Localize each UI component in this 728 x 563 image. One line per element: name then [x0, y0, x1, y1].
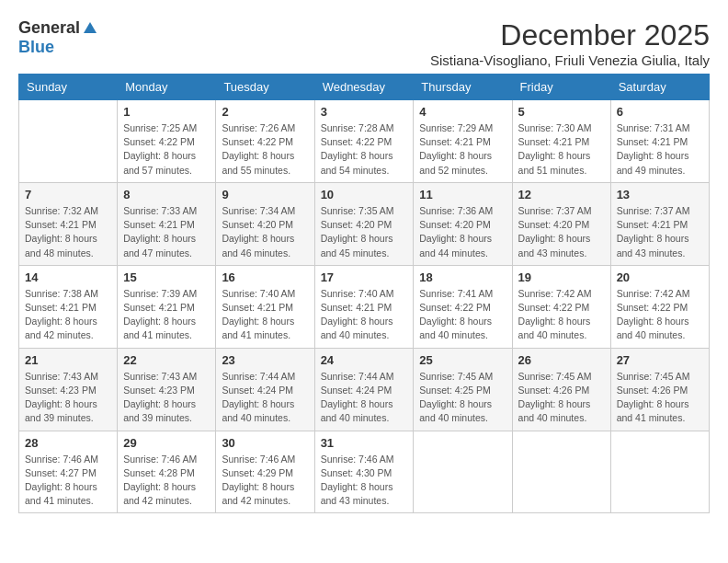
calendar-cell: 8Sunrise: 7:33 AMSunset: 4:21 PMDaylight…	[118, 182, 216, 265]
day-number: 5	[518, 105, 605, 119]
day-number: 12	[518, 188, 605, 201]
day-number: 14	[25, 270, 111, 284]
day-number: 21	[25, 353, 111, 367]
day-info: Sunrise: 7:28 AMSunset: 4:22 PMDaylight:…	[321, 121, 408, 178]
calendar-week-row: 14Sunrise: 7:38 AMSunset: 4:21 PMDayligh…	[19, 265, 710, 348]
day-number: 20	[617, 270, 703, 284]
day-number: 29	[123, 436, 210, 450]
day-number: 13	[617, 188, 703, 201]
day-number: 25	[419, 353, 506, 367]
day-number: 24	[321, 353, 408, 367]
day-info: Sunrise: 7:29 AMSunset: 4:21 PMDaylight:…	[419, 121, 506, 178]
day-number: 4	[419, 105, 506, 119]
day-info: Sunrise: 7:46 AMSunset: 4:29 PMDaylight:…	[222, 453, 308, 509]
title-area: December 2025 Sistiana-Visogliano, Friul…	[430, 18, 710, 68]
day-number: 31	[321, 436, 408, 450]
weekday-header-wednesday: Wednesday	[314, 75, 414, 100]
day-info: Sunrise: 7:39 AMSunset: 4:21 PMDaylight:…	[123, 287, 210, 343]
calendar-cell: 12Sunrise: 7:37 AMSunset: 4:20 PMDayligh…	[512, 182, 610, 265]
calendar-week-row: 21Sunrise: 7:43 AMSunset: 4:23 PMDayligh…	[19, 348, 710, 431]
day-info: Sunrise: 7:30 AMSunset: 4:21 PMDaylight:…	[518, 121, 605, 178]
calendar-cell	[414, 431, 512, 513]
calendar-cell: 10Sunrise: 7:35 AMSunset: 4:20 PMDayligh…	[314, 182, 414, 265]
calendar-cell: 22Sunrise: 7:43 AMSunset: 4:23 PMDayligh…	[118, 348, 216, 431]
day-number: 1	[123, 105, 210, 119]
calendar-cell: 13Sunrise: 7:37 AMSunset: 4:21 PMDayligh…	[610, 182, 709, 265]
calendar-week-row: 1Sunrise: 7:25 AMSunset: 4:22 PMDaylight…	[19, 100, 710, 183]
day-info: Sunrise: 7:37 AMSunset: 4:21 PMDaylight:…	[617, 204, 703, 260]
calendar-cell: 31Sunrise: 7:46 AMSunset: 4:30 PMDayligh…	[314, 431, 414, 513]
calendar-cell: 25Sunrise: 7:45 AMSunset: 4:25 PMDayligh…	[414, 348, 512, 431]
day-info: Sunrise: 7:46 AMSunset: 4:27 PMDaylight:…	[25, 453, 111, 509]
logo-icon	[82, 20, 98, 37]
day-info: Sunrise: 7:46 AMSunset: 4:28 PMDaylight:…	[123, 453, 210, 509]
calendar-cell	[512, 431, 610, 513]
day-number: 28	[25, 436, 111, 450]
day-number: 17	[321, 270, 408, 284]
day-number: 7	[25, 188, 111, 201]
calendar-cell: 28Sunrise: 7:46 AMSunset: 4:27 PMDayligh…	[19, 431, 118, 513]
weekday-header-saturday: Saturday	[610, 75, 709, 100]
day-number: 3	[321, 105, 408, 119]
calendar-cell: 27Sunrise: 7:45 AMSunset: 4:26 PMDayligh…	[610, 348, 709, 431]
calendar-cell: 24Sunrise: 7:44 AMSunset: 4:24 PMDayligh…	[314, 348, 414, 431]
calendar-cell: 7Sunrise: 7:32 AMSunset: 4:21 PMDaylight…	[19, 182, 118, 265]
page-header: General Blue December 2025 Sistiana-Viso…	[18, 18, 710, 68]
day-number: 15	[123, 270, 210, 284]
calendar-table: SundayMondayTuesdayWednesdayThursdayFrid…	[18, 74, 710, 513]
month-title: December 2025	[430, 18, 710, 52]
weekday-header-friday: Friday	[512, 75, 610, 100]
weekday-header-monday: Monday	[118, 75, 216, 100]
calendar-cell: 9Sunrise: 7:34 AMSunset: 4:20 PMDaylight…	[216, 182, 314, 265]
weekday-header-tuesday: Tuesday	[216, 75, 314, 100]
calendar-cell: 5Sunrise: 7:30 AMSunset: 4:21 PMDaylight…	[512, 100, 610, 183]
svg-marker-0	[84, 22, 97, 33]
calendar-cell: 6Sunrise: 7:31 AMSunset: 4:21 PMDaylight…	[610, 100, 709, 183]
calendar-week-row: 7Sunrise: 7:32 AMSunset: 4:21 PMDaylight…	[19, 182, 710, 265]
day-info: Sunrise: 7:37 AMSunset: 4:20 PMDaylight:…	[518, 204, 605, 260]
day-info: Sunrise: 7:43 AMSunset: 4:23 PMDaylight:…	[123, 370, 210, 426]
day-info: Sunrise: 7:42 AMSunset: 4:22 PMDaylight:…	[518, 287, 605, 343]
day-info: Sunrise: 7:25 AMSunset: 4:22 PMDaylight:…	[123, 121, 210, 178]
day-info: Sunrise: 7:45 AMSunset: 4:26 PMDaylight:…	[617, 370, 703, 426]
calendar-cell: 17Sunrise: 7:40 AMSunset: 4:21 PMDayligh…	[314, 265, 414, 348]
day-info: Sunrise: 7:44 AMSunset: 4:24 PMDaylight:…	[222, 370, 308, 426]
day-info: Sunrise: 7:40 AMSunset: 4:21 PMDaylight:…	[222, 287, 308, 343]
calendar-cell: 2Sunrise: 7:26 AMSunset: 4:22 PMDaylight…	[216, 100, 314, 183]
calendar-cell: 26Sunrise: 7:45 AMSunset: 4:26 PMDayligh…	[512, 348, 610, 431]
calendar-cell: 19Sunrise: 7:42 AMSunset: 4:22 PMDayligh…	[512, 265, 610, 348]
day-info: Sunrise: 7:36 AMSunset: 4:20 PMDaylight:…	[419, 204, 506, 260]
day-info: Sunrise: 7:33 AMSunset: 4:21 PMDaylight:…	[123, 204, 210, 260]
calendar-cell: 4Sunrise: 7:29 AMSunset: 4:21 PMDaylight…	[414, 100, 512, 183]
day-info: Sunrise: 7:38 AMSunset: 4:21 PMDaylight:…	[25, 287, 111, 343]
calendar-week-row: 28Sunrise: 7:46 AMSunset: 4:27 PMDayligh…	[19, 431, 710, 513]
day-number: 30	[222, 436, 308, 450]
day-number: 19	[518, 270, 605, 284]
day-info: Sunrise: 7:45 AMSunset: 4:25 PMDaylight:…	[419, 370, 506, 426]
day-number: 6	[617, 105, 703, 119]
logo: General Blue	[18, 18, 98, 57]
day-info: Sunrise: 7:26 AMSunset: 4:22 PMDaylight:…	[222, 121, 308, 178]
day-number: 8	[123, 188, 210, 201]
calendar-cell: 21Sunrise: 7:43 AMSunset: 4:23 PMDayligh…	[19, 348, 118, 431]
day-info: Sunrise: 7:46 AMSunset: 4:30 PMDaylight:…	[321, 453, 408, 509]
calendar-cell: 15Sunrise: 7:39 AMSunset: 4:21 PMDayligh…	[118, 265, 216, 348]
calendar-cell: 20Sunrise: 7:42 AMSunset: 4:22 PMDayligh…	[610, 265, 709, 348]
location-title: Sistiana-Visogliano, Friuli Venezia Giul…	[430, 52, 710, 68]
calendar-cell	[610, 431, 709, 513]
calendar-cell	[19, 100, 118, 183]
calendar-cell: 29Sunrise: 7:46 AMSunset: 4:28 PMDayligh…	[118, 431, 216, 513]
calendar-cell: 16Sunrise: 7:40 AMSunset: 4:21 PMDayligh…	[216, 265, 314, 348]
day-info: Sunrise: 7:45 AMSunset: 4:26 PMDaylight:…	[518, 370, 605, 426]
logo-blue-text: Blue	[18, 38, 54, 57]
logo-general-text: General	[18, 18, 80, 38]
calendar-cell: 14Sunrise: 7:38 AMSunset: 4:21 PMDayligh…	[19, 265, 118, 348]
calendar-cell: 18Sunrise: 7:41 AMSunset: 4:22 PMDayligh…	[414, 265, 512, 348]
day-info: Sunrise: 7:42 AMSunset: 4:22 PMDaylight:…	[617, 287, 703, 343]
day-number: 23	[222, 353, 308, 367]
day-info: Sunrise: 7:44 AMSunset: 4:24 PMDaylight:…	[321, 370, 408, 426]
weekday-header-thursday: Thursday	[414, 75, 512, 100]
day-info: Sunrise: 7:40 AMSunset: 4:21 PMDaylight:…	[321, 287, 408, 343]
day-number: 22	[123, 353, 210, 367]
day-number: 27	[617, 353, 703, 367]
